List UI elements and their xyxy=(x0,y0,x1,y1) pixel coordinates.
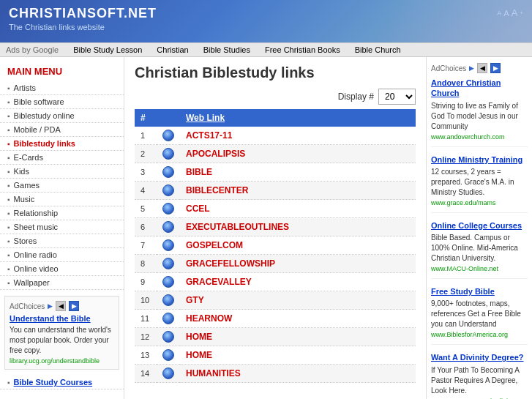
sidebar-item-sheet-music[interactable]: ▪ Sheet music xyxy=(0,220,124,234)
row-link[interactable]: EXECUTABLEOUTLINES xyxy=(186,222,289,232)
row-link-cell: GOSPELCOM xyxy=(180,236,416,255)
row-number: 1 xyxy=(135,127,157,145)
bullet-icon: ▪ xyxy=(7,154,10,162)
sidebar-item-relationship[interactable]: ▪ Relationship xyxy=(0,206,124,220)
font-small[interactable]: A xyxy=(497,10,501,17)
row-link[interactable]: GTY xyxy=(186,295,204,305)
globe-icon xyxy=(162,294,174,306)
sidebar-link-stores[interactable]: Stores xyxy=(14,236,37,245)
row-icon-cell xyxy=(157,236,180,255)
col-link-header-link[interactable]: Web Link xyxy=(186,113,225,123)
sidebar-item-biblestudy-online[interactable]: ▪ Biblestudy online xyxy=(0,109,124,123)
sidebar-link-biblestudy-online[interactable]: Biblestudy online xyxy=(14,111,75,120)
sidebar-link-artists[interactable]: Artists xyxy=(14,83,37,92)
adbar-link-1[interactable]: Bible Study Lesson xyxy=(73,45,142,54)
sidebar-ad-next-btn[interactable]: ▶ xyxy=(69,301,79,311)
row-link-cell: ACTS17-11 xyxy=(180,127,416,145)
right-ad-title-2[interactable]: Online Ministry Training xyxy=(431,154,528,165)
row-icon-cell xyxy=(157,365,180,383)
row-link[interactable]: APOCALIPSIS xyxy=(186,149,245,159)
row-link-cell: HOME xyxy=(180,346,416,365)
globe-icon xyxy=(162,148,174,160)
adbar-link-2[interactable]: Christian xyxy=(157,45,188,54)
sidebar-link-biblestudy-links[interactable]: Biblestudy links xyxy=(14,139,75,148)
font-large[interactable]: A xyxy=(512,7,518,18)
sidebar-link-relationship[interactable]: Relationship xyxy=(14,209,59,217)
row-link-cell: EXECUTABLEOUTLINES xyxy=(180,218,416,236)
row-link[interactable]: HOME xyxy=(186,332,212,342)
right-ad-block-2: Online Ministry Training 12 courses, 2 y… xyxy=(431,154,528,213)
row-number: 2 xyxy=(135,145,157,163)
globe-icon xyxy=(162,368,174,379)
row-link[interactable]: GRACEFELLOWSHIP xyxy=(186,258,275,269)
col-link-header: Web Link xyxy=(180,109,416,127)
row-link[interactable]: BIBLE xyxy=(186,167,212,177)
sidebar-ad2-link[interactable]: Bible Study Courses xyxy=(14,378,93,387)
row-link[interactable]: GRACEVALLEY xyxy=(186,277,252,287)
sidebar-item-music[interactable]: ▪ Music xyxy=(0,193,124,206)
right-ad-prev-btn[interactable]: ◀ xyxy=(477,63,487,73)
sidebar-item-online-radio[interactable]: ▪ Online radio xyxy=(0,248,124,262)
row-link[interactable]: HOME xyxy=(186,350,212,360)
table-row: 7 GOSPELCOM xyxy=(135,236,416,255)
sidebar-item-ecards[interactable]: ▪ E-Cards xyxy=(0,151,124,165)
row-link-cell: GRACEFELLOWSHIP xyxy=(180,255,416,273)
sidebar-link-bible-software[interactable]: Bible software xyxy=(14,97,64,106)
row-number: 8 xyxy=(135,255,157,273)
sidebar-link-music[interactable]: Music xyxy=(14,195,35,204)
sidebar-link-wallpaper[interactable]: Wallpaper xyxy=(14,278,50,287)
sidebar-item-artists[interactable]: ▪ Artists xyxy=(0,81,124,95)
row-number: 7 xyxy=(135,236,157,255)
row-link-cell: BIBLE xyxy=(180,163,416,182)
right-ad-title-4[interactable]: Free Study Bible xyxy=(431,286,528,297)
row-link[interactable]: GOSPELCOM xyxy=(186,240,243,250)
sidebar-link-kids[interactable]: Kids xyxy=(14,167,29,176)
sidebar: MAIN MENU ▪ Artists ▪ Bible software ▪ B… xyxy=(0,57,124,399)
row-link[interactable]: HEARNOW xyxy=(186,313,232,324)
globe-icon xyxy=(162,184,174,196)
right-ad-title-1[interactable]: Andover Christian Church xyxy=(431,78,528,99)
sidebar-item-online-video[interactable]: ▪ Online video xyxy=(0,262,124,276)
sidebar-link-mobile-pda[interactable]: Mobile / PDA xyxy=(14,125,61,134)
row-link[interactable]: CCEL xyxy=(186,204,210,214)
right-ad-title-5[interactable]: Want A Divinity Degree? xyxy=(431,352,528,362)
sidebar-ad-url[interactable]: library.ucg.org/understandbible xyxy=(10,357,114,365)
bullet-icon: ▪ xyxy=(7,265,10,273)
sidebar-item-mobile-pda[interactable]: ▪ Mobile / PDA xyxy=(0,123,124,137)
display-select[interactable]: 20 50 100 xyxy=(378,89,416,105)
font-medium[interactable]: A xyxy=(503,9,509,18)
row-link[interactable]: ACTS17-11 xyxy=(186,130,232,141)
sidebar-item-stores[interactable]: ▪ Stores xyxy=(0,234,124,248)
right-ad-url-1: www.andoverchurch.com xyxy=(431,133,528,141)
bullet-icon: ▪ xyxy=(7,112,10,120)
sidebar-item-biblestudy-links[interactable]: ▪ Biblestudy links xyxy=(0,137,124,151)
globe-icon xyxy=(162,239,174,251)
sidebar-item-games[interactable]: ▪ Games xyxy=(0,179,124,193)
adbar-link-5[interactable]: Bible Church xyxy=(355,45,401,54)
sidebar-link-sheet-music[interactable]: Sheet music xyxy=(14,223,59,231)
sidebar-link-online-video[interactable]: Online video xyxy=(14,264,59,273)
row-icon-cell xyxy=(157,310,180,328)
row-icon-cell xyxy=(157,182,180,200)
sidebar-link-online-radio[interactable]: Online radio xyxy=(14,250,57,259)
right-ad-next-btn[interactable]: ▶ xyxy=(490,63,501,73)
row-link-cell: CCEL xyxy=(180,200,416,218)
sidebar-link-ecards[interactable]: E-Cards xyxy=(14,153,43,162)
adbar-link-4[interactable]: Free Christian Books xyxy=(265,45,340,54)
right-ad-title-3[interactable]: Online College Courses xyxy=(431,220,528,231)
adbar-link-3[interactable]: Bible Studies xyxy=(203,45,250,54)
sidebar-ad-title[interactable]: Understand the Bible xyxy=(10,314,114,323)
sidebar-item-wallpaper[interactable]: ▪ Wallpaper xyxy=(0,276,124,290)
sidebar-link-games[interactable]: Games xyxy=(14,181,40,190)
row-icon-cell xyxy=(157,328,180,346)
row-link[interactable]: HUMANITIES xyxy=(186,368,241,379)
sidebar-item-bible-software[interactable]: ▪ Bible software xyxy=(0,95,124,109)
sidebar-ad-prev-btn[interactable]: ◀ xyxy=(56,301,66,311)
row-number: 3 xyxy=(135,163,157,182)
row-icon-cell xyxy=(157,255,180,273)
page-title: Christian Biblestudy links xyxy=(135,64,416,81)
sidebar-ad2-title[interactable]: ▪ Bible Study Courses xyxy=(0,376,124,389)
sidebar-item-kids[interactable]: ▪ Kids xyxy=(0,165,124,179)
ad-bar: Ads by Google Bible Study Lesson Christi… xyxy=(0,42,532,57)
row-link[interactable]: BIBLECENTER xyxy=(186,185,248,195)
